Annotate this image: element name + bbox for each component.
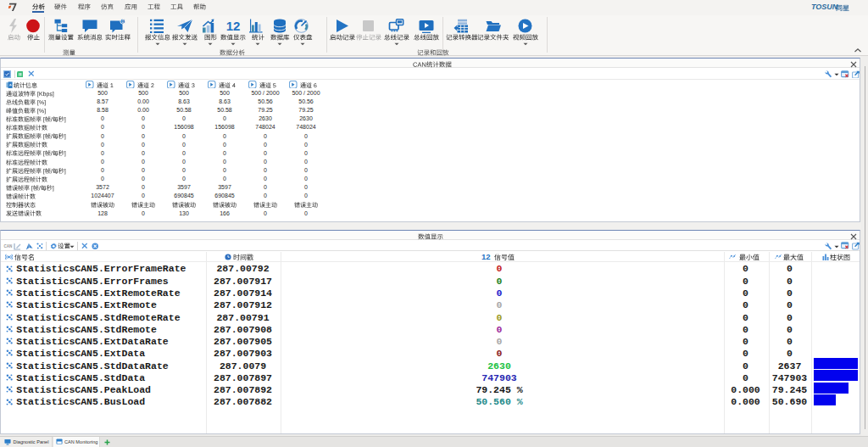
svg-text:12: 12: [226, 19, 241, 33]
